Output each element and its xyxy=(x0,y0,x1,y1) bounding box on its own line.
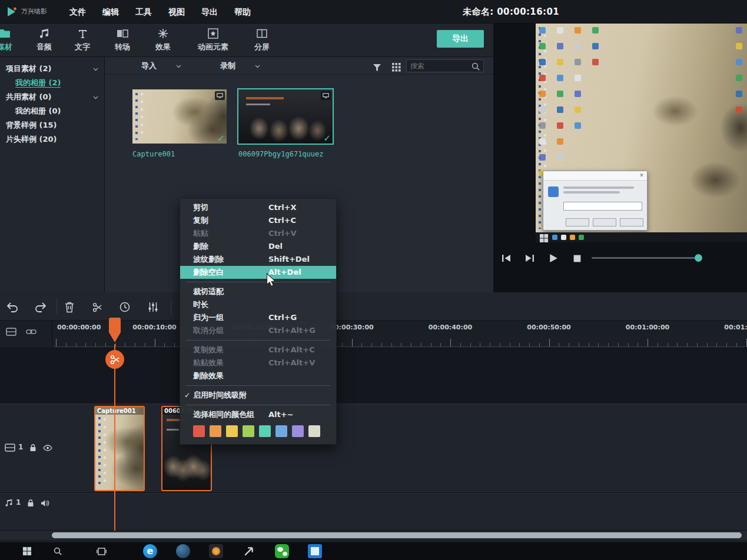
playhead-handle[interactable] xyxy=(109,318,121,344)
split-scissors-icon[interactable] xyxy=(90,300,104,314)
tab-elements[interactable]: 动画元素 xyxy=(198,28,228,52)
tab-transition[interactable]: 转场 xyxy=(115,28,130,52)
preview-slider-track[interactable] xyxy=(592,257,700,259)
color-swatch-1[interactable] xyxy=(210,425,221,437)
link-icon[interactable] xyxy=(25,326,38,337)
sidebar-item-1[interactable]: 我的相册 (2) xyxy=(0,76,104,90)
context-menu-item-0[interactable]: 剪切Ctrl+X xyxy=(180,201,336,214)
tab-media-folder[interactable]: 媒材 xyxy=(0,28,12,52)
color-swatch-6[interactable] xyxy=(292,425,304,437)
menu-item-label: 归为一组 xyxy=(193,313,224,322)
task-view-icon[interactable] xyxy=(94,544,108,558)
share-arrow-taskbar-icon[interactable] xyxy=(242,544,256,558)
wechat-taskbar-icon[interactable] xyxy=(275,544,289,558)
context-menu-item-5[interactable]: 删除空白Alt+Del xyxy=(180,266,336,279)
desktop-icon xyxy=(557,154,563,161)
import-dropdown[interactable]: 导入 xyxy=(141,57,181,75)
context-menu-item-1[interactable]: 复制Ctrl+C xyxy=(180,214,336,227)
duration-clock-icon[interactable] xyxy=(118,300,132,314)
adjust-mixer-icon[interactable] xyxy=(146,300,160,314)
audio-track-row[interactable] xyxy=(0,493,747,531)
sidebar-item-5[interactable]: 片头样例 (20) xyxy=(0,132,104,146)
menu-shortcut: Ctrl+G xyxy=(268,311,297,324)
media-thumb-1[interactable]: ✓ xyxy=(238,89,333,144)
ruler-tick xyxy=(391,343,392,346)
color-swatch-3[interactable] xyxy=(243,425,254,437)
delete-icon[interactable] xyxy=(62,300,77,314)
context-menu-item-9[interactable]: 归为一组Ctrl+G xyxy=(180,311,336,324)
record-dropdown[interactable]: 录制 xyxy=(220,57,260,75)
sidebar-item-3[interactable]: 我的相册 (0) xyxy=(0,104,104,118)
preview-slider-knob[interactable] xyxy=(695,254,702,262)
context-menu-item-8[interactable]: 时长 xyxy=(180,298,336,311)
context-menu-item-4[interactable]: 波纹删除Shift+Del xyxy=(180,253,336,266)
context-menu-item-3[interactable]: 删除Del xyxy=(180,240,336,253)
menubar-item-4[interactable]: 导出 xyxy=(193,0,226,24)
tab-music-note[interactable]: 音频 xyxy=(36,28,52,52)
windows-start-icon[interactable] xyxy=(20,544,34,558)
lock-icon[interactable] xyxy=(29,442,36,453)
search-icon[interactable] xyxy=(51,544,65,558)
desktop-icon xyxy=(557,27,563,34)
menu-shortcut: Ctrl+V xyxy=(268,227,297,240)
timeline-ruler[interactable]: 00:00:00:0000:00:10:0000:00:20:0000:00:3… xyxy=(53,321,747,347)
previous-frame-button[interactable] xyxy=(499,252,513,265)
grid-view-icon[interactable] xyxy=(392,61,403,72)
chevron-down-icon xyxy=(176,61,181,70)
ruler-tick xyxy=(421,343,421,346)
filter-icon[interactable] xyxy=(373,61,383,72)
context-menu-item-13: 粘贴效果Ctrl+Alt+V xyxy=(180,356,336,369)
search-box[interactable] xyxy=(406,59,484,72)
stop-button[interactable] xyxy=(570,252,584,265)
search-input[interactable] xyxy=(410,62,472,70)
speaker-icon[interactable] xyxy=(41,497,49,508)
playhead-scissors-button[interactable] xyxy=(105,350,124,369)
menu-item-label: 粘贴 xyxy=(193,229,208,238)
context-menu-item-18[interactable]: 选择相同的颜色组Alt+~ xyxy=(180,408,336,421)
desktop-icon xyxy=(539,27,546,34)
captured-dialog-titlebar: ✕ xyxy=(543,171,647,181)
edge-browser-taskbar-icon[interactable]: e xyxy=(143,544,157,558)
menubar-item-5[interactable]: 帮助 xyxy=(226,0,259,24)
blue-window-taskbar-icon[interactable] xyxy=(308,544,322,558)
context-menu-item-14[interactable]: 删除效果 xyxy=(180,369,336,382)
ruler-tick xyxy=(174,343,175,346)
tab-split-screen[interactable]: 分屏 xyxy=(254,28,270,52)
color-swatch-4[interactable] xyxy=(259,425,271,437)
media-type-badge xyxy=(321,91,331,100)
media-thumb-0[interactable]: ✓ xyxy=(132,89,227,144)
menubar-item-1[interactable]: 编辑 xyxy=(94,0,127,24)
menubar-item-0[interactable]: 文件 xyxy=(61,0,94,24)
next-frame-button[interactable] xyxy=(523,252,537,265)
tab-effects[interactable]: 效果 xyxy=(155,28,171,52)
undo-icon[interactable] xyxy=(6,300,20,314)
sidebar-item-0[interactable]: 项目素材 (2) xyxy=(0,62,104,76)
desktop-icon xyxy=(539,75,546,81)
color-swatch-7[interactable] xyxy=(308,425,320,437)
menubar-item-2[interactable]: 工具 xyxy=(127,0,160,24)
color-swatch-5[interactable] xyxy=(275,425,287,437)
sphere-browser-taskbar-icon[interactable] xyxy=(176,544,190,558)
tab-text[interactable]: 文字 xyxy=(75,28,90,52)
play-button[interactable] xyxy=(546,252,560,265)
ruler-tick xyxy=(371,343,372,346)
context-menu-item-7[interactable]: 裁切适配 xyxy=(180,285,336,298)
context-menu-item-16[interactable]: ✓启用时间线吸附 xyxy=(180,389,336,402)
color-swatch-0[interactable] xyxy=(193,425,205,437)
preview-video-frame: ✕ xyxy=(536,24,747,242)
timeline-scrollbar-thumb[interactable] xyxy=(52,532,742,538)
desktop-icon xyxy=(575,59,581,65)
sidebar-item-4[interactable]: 背景样例 (15) xyxy=(0,118,104,132)
manage-tracks-icon[interactable] xyxy=(5,326,18,337)
redo-icon[interactable] xyxy=(33,300,47,314)
lock-icon[interactable] xyxy=(27,497,34,508)
timeline-clip-0[interactable]: Capture001 xyxy=(94,406,145,491)
sidebar-item-label: 共用素材 (0) xyxy=(6,92,51,101)
sidebar-item-label: 背景样例 (15) xyxy=(6,121,57,129)
media-player-taskbar-icon[interactable] xyxy=(209,544,223,558)
export-button[interactable]: 导出 xyxy=(437,30,484,48)
menubar-item-3[interactable]: 视图 xyxy=(160,0,193,24)
color-swatch-2[interactable] xyxy=(226,425,238,437)
sidebar-item-2[interactable]: 共用素材 (0) xyxy=(0,90,104,104)
eye-icon[interactable] xyxy=(43,442,52,453)
